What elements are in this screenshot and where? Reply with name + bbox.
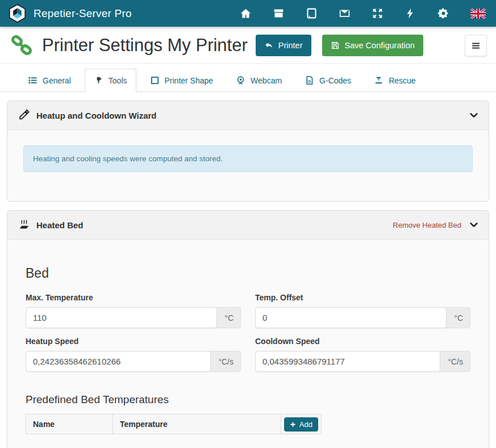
max-temperature-field-group: Max. Temperature °C [26,284,241,328]
heatup-speed-unit: °C/s [208,351,241,372]
chevron-down-icon[interactable] [469,220,478,229]
wizard-panel-header[interactable]: Heatup and Cooldown Wizard [7,101,489,130]
chevron-down-icon[interactable] [469,111,478,120]
back-to-printer-button[interactable]: Printer [256,35,311,56]
heated-bed-panel-header[interactable]: Heated Bed Remove Heated Bed [7,211,489,240]
top-navbar: Repetier-Server Pro [0,0,496,27]
table-header-row: Name Temperature Add [26,414,322,434]
wizard-panel-title: Heatup and Cooldown Wizard [36,111,157,120]
page-header: Printer Settings My Printer Printer Save… [0,27,496,64]
settings-tabs: General Tools Printer Shape Webcam G G-C… [0,64,496,92]
heatup-speed-label: Heatup Speed [26,337,241,346]
gcode-file-icon: G [305,76,314,85]
printer-connected-icon [10,34,33,57]
add-temperature-button[interactable]: Add [284,417,318,432]
global-settings-icon[interactable] [437,7,449,19]
app-brand[interactable]: Repetier-Server Pro [8,4,132,23]
max-temperature-input[interactable] [26,307,217,328]
navbar-icon-group [240,7,486,19]
heated-bed-panel-title: Heated Bed [36,220,84,230]
rescue-icon [374,76,384,85]
wizard-panel-body: Heating and cooling speeds were computed… [7,130,489,201]
printer-box-icon[interactable] [273,7,285,19]
language-flag-uk[interactable] [470,9,486,19]
save-icon [331,41,340,50]
svg-text:G: G [308,79,311,84]
column-header-name: Name [26,414,113,434]
bed-settings-form: Max. Temperature °C Temp. Offset °C Heat… [26,284,470,372]
messages-icon[interactable] [339,7,351,19]
tab-gcodes[interactable]: G G-Codes [295,69,360,92]
tablet-icon[interactable] [306,7,318,19]
tab-printer-shape[interactable]: Printer Shape [141,69,223,92]
heatup-cooldown-wizard-panel: Heatup and Cooldown Wizard Heating and c… [7,101,489,202]
hamburger-icon [471,41,481,51]
cooldown-speed-input[interactable] [255,351,440,372]
temp-offset-field-group: Temp. Offset °C [255,284,470,328]
home-icon[interactable] [240,7,252,19]
predefined-bed-temps-title: Predefined Bed Temperatures [26,393,470,406]
column-header-add: Add [281,414,321,434]
max-temperature-label: Max. Temperature [26,293,241,302]
temp-offset-input[interactable] [255,307,447,328]
temp-offset-unit: °C [444,307,470,328]
tab-webcam[interactable]: Webcam [227,69,291,92]
extruder-icon [94,76,103,85]
save-configuration-button[interactable]: Save Configuration [322,35,423,56]
tab-tools[interactable]: Tools [85,69,136,92]
tab-general[interactable]: General [19,69,80,92]
cooldown-speed-label: Cooldown Speed [255,337,470,346]
cooldown-speed-unit: °C/s [437,351,470,372]
list-icon [28,76,37,85]
repetier-logo-icon [8,4,27,23]
heatup-speed-field-group: Heatup Speed °C/s [26,328,241,372]
temp-offset-label: Temp. Offset [255,293,470,302]
webcam-icon [236,76,245,85]
app-title: Repetier-Server Pro [34,7,132,20]
heated-bed-icon [18,219,30,231]
max-temperature-unit: °C [214,307,241,328]
magic-wand-icon [18,109,30,122]
bed-section-title: Bed [26,266,470,281]
quick-commands-icon[interactable] [405,7,416,19]
back-arrow-icon [264,41,273,50]
predefined-bed-temps-table: Name Temperature Add [26,414,322,434]
cooldown-speed-field-group: Cooldown Speed °C/s [255,328,470,372]
remove-heated-bed-link[interactable]: Remove Heated Bed [393,221,461,229]
wizard-status-alert: Heating and cooling speeds were computed… [23,145,473,172]
square-outline-icon [150,76,160,85]
tab-rescue[interactable]: Rescue [365,69,424,92]
menu-button[interactable] [465,35,487,56]
fullscreen-icon[interactable] [372,7,384,19]
heated-bed-panel: Heated Bed Remove Heated Bed Bed Max. Te… [7,210,489,448]
page-title: Printer Settings My Printer [42,35,248,56]
heated-bed-panel-body: Bed Max. Temperature °C Temp. Offset °C … [7,266,489,448]
column-header-temperature: Temperature [113,414,281,434]
plus-icon [290,421,296,428]
heatup-speed-input[interactable] [26,351,211,372]
